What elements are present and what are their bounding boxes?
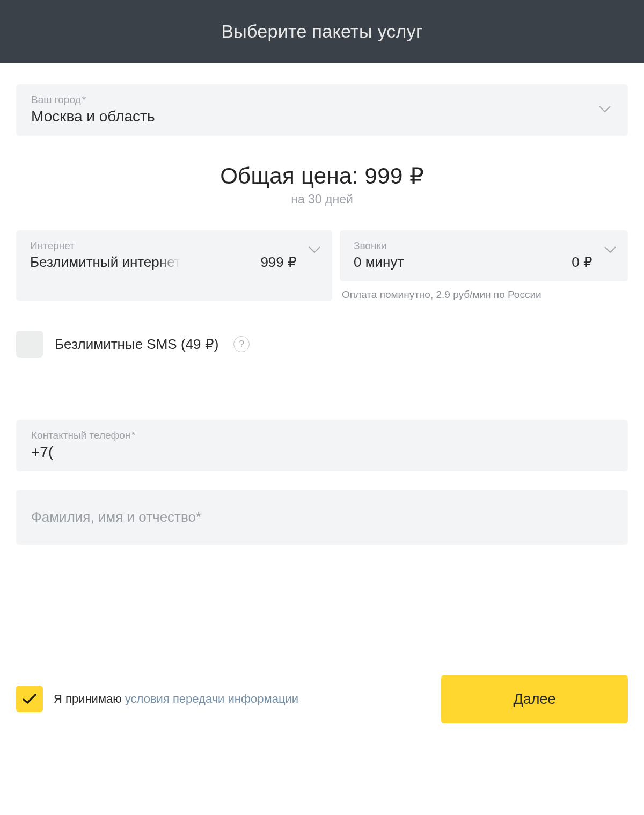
internet-label: Интернет <box>30 240 318 252</box>
city-value: Москва и область <box>31 108 613 125</box>
city-select[interactable]: Ваш город Москва и область <box>16 84 628 136</box>
packages-row: Интернет Безлимитный интернет 999 ₽ Звон… <box>16 230 628 301</box>
consent-checkbox[interactable] <box>16 686 43 712</box>
sms-label: Безлимитные SMS (49 ₽) <box>55 336 218 353</box>
internet-value: Безлимитный интернет <box>30 254 180 271</box>
phone-input[interactable]: Контактный телефон +7( <box>16 420 628 471</box>
chevron-down-icon <box>309 246 320 256</box>
phone-value: +7( <box>31 443 613 461</box>
page-header: Выберите пакеты услуг <box>0 0 644 63</box>
calls-price: 0 ₽ <box>572 254 592 271</box>
sms-checkbox[interactable] <box>16 331 43 358</box>
name-placeholder: Фамилия, имя и отчество* <box>31 509 613 526</box>
consent-prefix: Я принимаю <box>54 692 125 705</box>
internet-price: 999 ₽ <box>260 254 297 271</box>
city-label: Ваш город <box>31 94 613 106</box>
calls-hint: Оплата поминутно, 2.9 руб/мин по России <box>340 289 628 301</box>
consent-link[interactable]: условия передачи информации <box>125 692 298 705</box>
footer: Я принимаю условия передачи информации Д… <box>0 650 644 723</box>
phone-label: Контактный телефон <box>31 430 613 441</box>
form-content: Ваш город Москва и область Общая цена: 9… <box>0 63 644 545</box>
total-price-period: на 30 дней <box>16 192 628 207</box>
calls-label: Звонки <box>354 240 614 252</box>
consent-text: Я принимаю условия передачи информации <box>54 692 298 706</box>
chevron-down-icon <box>599 105 611 115</box>
name-input[interactable]: Фамилия, имя и отчество* <box>16 490 628 545</box>
consent-row: Я принимаю условия передачи информации <box>16 686 298 712</box>
sms-option: Безлимитные SMS (49 ₽) ? <box>16 331 628 358</box>
help-icon[interactable]: ? <box>233 336 250 352</box>
next-button[interactable]: Далее <box>441 675 628 723</box>
calls-select[interactable]: Звонки 0 минут 0 ₽ <box>340 230 628 281</box>
calls-value: 0 минут <box>354 254 404 271</box>
chevron-down-icon <box>604 246 616 256</box>
internet-select[interactable]: Интернет Безлимитный интернет 999 ₽ <box>16 230 332 301</box>
total-price-value: Общая цена: 999 ₽ <box>16 163 628 189</box>
total-price: Общая цена: 999 ₽ на 30 дней <box>16 163 628 207</box>
page-title: Выберите пакеты услуг <box>221 21 423 42</box>
